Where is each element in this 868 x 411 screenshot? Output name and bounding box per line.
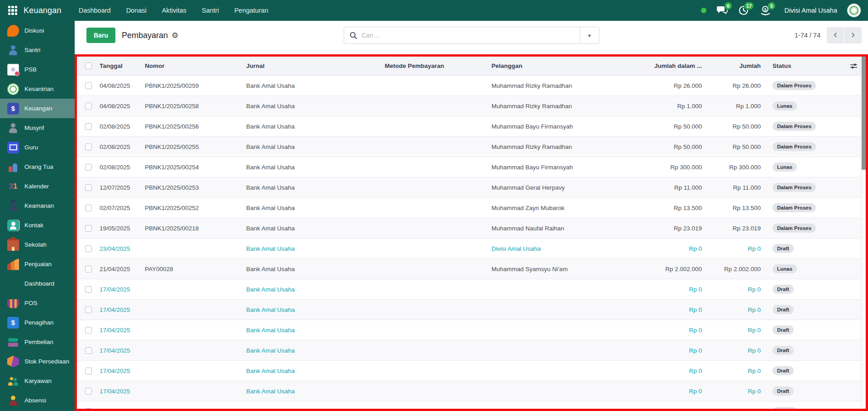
sidebar-item-diskusi[interactable]: Diskusi [0,21,75,40]
cell-jurnal: Bank Amal Usaha [246,82,385,89]
row-checkbox[interactable] [85,368,92,374]
top-menu-item-pengaturan[interactable]: Pengaturan [234,7,268,14]
sidebar-item-dashboard[interactable]: Dashboard [0,274,75,293]
table-row[interactable]: 21/04/2025PAY00028Bank Amal UsahaMuhamma… [77,259,866,279]
column-header-jumlah[interactable]: Jumlah [708,62,767,69]
search-input[interactable] [362,32,580,39]
sidebar-item-keuangan[interactable]: Keuangan [0,99,75,118]
top-menu-item-donasi[interactable]: Donasi [126,7,147,14]
row-checkbox[interactable] [85,164,92,171]
row-checkbox[interactable] [85,286,92,293]
cell-status: Lunas [767,162,839,172]
table-row[interactable]: 17/04/2025Bank Amal UsahaRp 0Rp 0Draft [77,279,866,300]
column-header-jumlah-dalam[interactable]: Jumlah dalam ... [640,62,708,69]
sidebar-item-kalender[interactable]: Kalender [0,177,75,196]
table-row[interactable]: 17/04/2025Bank Amal UsahaRp 0Rp 0Draft [77,300,866,320]
payments-count-badge: 5 [768,2,776,10]
gear-icon[interactable]: ⚙ [172,31,178,40]
sidebar-item-pos[interactable]: POS [0,293,75,313]
top-menu-item-dashboard[interactable]: Dashboard [79,7,111,14]
new-record-button[interactable]: Baru [86,28,115,43]
current-user-name[interactable]: Divisi Amal Usaha [784,7,837,14]
sidebar-item-penagihan[interactable]: Penagihan [0,313,75,332]
sidebar-item-sekolah[interactable]: Sekolah [0,235,75,254]
school-icon [7,239,19,251]
sidebar-item-keamanan[interactable]: Keamanan [0,196,75,215]
table-row[interactable]: 04/08/2025PBNK1/2025/00259Bank Amal Usah… [77,76,866,96]
pager-previous-button[interactable]: ‹ [827,27,844,43]
row-checkbox[interactable] [85,225,92,232]
sidebar-item-penjualan[interactable]: Penjualan [0,254,75,274]
sidebar-item-kesantrian[interactable]: Kesantrian [0,79,75,99]
row-checkbox[interactable] [85,245,92,252]
row-checkbox[interactable] [85,82,92,89]
table-row[interactable]: 12/07/2025PBNK1/2025/00253Bank Amal Usah… [77,177,866,198]
status-badge: Lunas [773,162,797,172]
table-row[interactable]: 02/07/2025PBNK1/2025/00252Bank Amal Usah… [77,198,866,218]
pager-next-button[interactable]: › [844,27,862,43]
column-header-status[interactable]: Status [767,62,839,69]
sidebar-item-stok-persediaan[interactable]: Stok Persediaan [0,352,75,371]
top-menu-item-aktivitas[interactable]: Aktivitas [162,7,186,14]
sidebar-item-guru[interactable]: Guru [0,138,75,157]
sidebar-item-musyrif[interactable]: Musyrif [0,118,75,138]
sidebar-item-absensi[interactable]: Absensi [0,391,75,410]
table-row[interactable]: 17/04/2025Bank Amal UsahaRp 0Rp 0Draft [77,381,866,401]
row-checkbox[interactable] [85,205,92,211]
table-row[interactable]: 04/08/2025PBNK1/2025/00258Bank Amal Usah… [77,96,866,116]
row-checkbox[interactable] [85,306,92,313]
cell-nomor: PBNK1/2025/00258 [145,103,246,110]
search-dropdown-toggle[interactable]: ▾ [580,27,599,43]
vertical-scrollbar[interactable] [861,57,866,409]
row-checkbox[interactable] [85,123,92,130]
row-checkbox[interactable] [85,408,92,411]
payments-list-table: Tanggal Nomor Jurnal Metode Pembayaran P… [75,54,868,411]
table-row[interactable]: 02/08/2025PBNK1/2025/00256Bank Amal Usah… [77,116,866,137]
contact-icon [7,220,19,231]
column-header-pelanggan[interactable]: Pelanggan [491,62,640,69]
sidebar-item-pembelian[interactable]: Pembelian [0,332,75,352]
sidebar-item-karyawan[interactable]: Karyawan [0,371,75,391]
sidebar-item-psb[interactable]: PSB [0,60,75,79]
table-row[interactable]: 19/05/2025PBNK1/2025/00218Bank Amal Usah… [77,218,866,239]
cell-pelanggan: Muhammad Rizky Ramadhan [491,143,640,150]
status-badge: Dalam Proses [773,224,816,233]
table-row[interactable]: 17/04/2025Bank Amal UsahaRp 0Rp 0Draft [77,340,866,361]
row-checkbox[interactable] [85,347,92,354]
table-row[interactable]: 23/04/2025Bank Amal UsahaDivisi Amal Usa… [77,239,866,259]
messages-icon[interactable]: 6 [716,5,728,16]
cell-jumlah: Rp 0 [708,327,767,334]
select-all-checkbox[interactable] [85,62,92,69]
row-checkbox[interactable] [85,184,92,191]
row-checkbox[interactable] [85,388,92,395]
inventory-icon [7,356,19,368]
row-checkbox[interactable] [85,327,92,334]
table-row[interactable]: 17/04/2025PAY00013Bank Amal UsahaNUR FAT… [77,401,866,411]
table-row[interactable]: 17/04/2025Bank Amal UsahaRp 0Rp 0Draft [77,320,866,340]
cell-status: Draft [767,244,839,253]
apps-grid-icon[interactable] [8,6,17,15]
row-checkbox[interactable] [85,143,92,150]
activities-clock-icon[interactable]: 17 [738,5,750,16]
row-checkbox[interactable] [85,103,92,110]
row-checkbox[interactable] [85,266,92,272]
user-avatar[interactable] [847,4,861,17]
column-header-metode[interactable]: Metode Pembayaran [385,62,491,69]
column-header-tanggal[interactable]: Tanggal [100,62,145,69]
payments-icon[interactable]: $ 5 [760,5,772,16]
sidebar-item-orang-tua[interactable]: Orang Tua [0,157,75,177]
cell-jumlah: Rp 1.000 [708,103,767,110]
column-header-nomor[interactable]: Nomor [145,62,246,69]
sidebar-item-label: Musyrif [24,124,44,131]
sidebar-item-kontak[interactable]: Kontak [0,215,75,235]
table-row[interactable]: 17/04/2025Bank Amal UsahaRp 0Rp 0Draft [77,361,866,381]
adjust-columns-icon[interactable] [850,62,858,70]
table-row[interactable]: 02/08/2025PBNK1/2025/00254Bank Amal Usah… [77,157,866,177]
app-title[interactable]: Keuangan [24,6,62,15]
top-menu-item-santri[interactable]: Santri [202,7,219,14]
scrollbar-thumb[interactable] [862,57,866,170]
sidebar-item-santri[interactable]: Santri [0,40,75,60]
column-header-jurnal[interactable]: Jurnal [246,62,385,69]
table-row[interactable]: 02/08/2025PBNK1/2025/00255Bank Amal Usah… [77,137,866,157]
cell-nomor: PAY00013 [145,408,246,411]
